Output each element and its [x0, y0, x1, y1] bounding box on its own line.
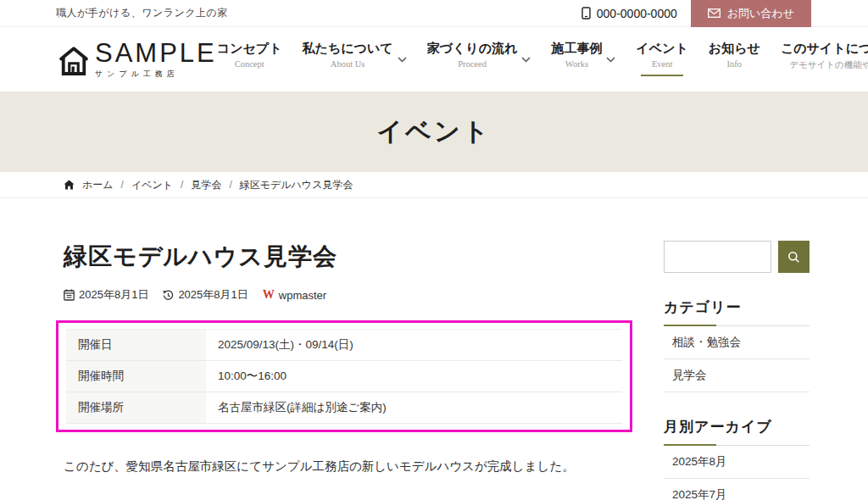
categories-list: 相談・勉強会 見学会 [664, 326, 810, 392]
table-row: 開催日 2025/09/13(土)・09/14(日) [66, 330, 622, 361]
search-widget [664, 241, 810, 273]
phone-number: 000-0000-0000 [597, 7, 677, 20]
main-content: 緑区モデルハウス見学会 2025年8月1日 2025年8月1日 W wpmast… [0, 198, 868, 500]
nav-item-info[interactable]: お知らせInfo [709, 41, 760, 76]
breadcrumb: ホーム / イベント / 見学会 / 緑区モデルハウス見学会 [0, 172, 868, 198]
site-header: SAMPLE サンプル工務店 コンセプトConcept 私たちについてAbout… [0, 27, 868, 92]
nav-item-works[interactable]: 施工事例Works [551, 41, 615, 76]
archive-item-2025-07[interactable]: 2025年7月 [664, 479, 810, 500]
body-paragraph-1: このたび、愛知県名古屋市緑区にてサンプル工務店の新しいモデルハウスが完成しました… [64, 455, 625, 477]
page-title: イベント [377, 114, 492, 149]
mobile-phone-icon [581, 7, 592, 19]
post-meta: 2025年8月1日 2025年8月1日 W wpmaster [64, 287, 625, 303]
logo-text: SAMPLE サンプル工務店 [95, 40, 217, 80]
nav-item-about-site[interactable]: このサイトについてデモサイトの機能や説明 [781, 41, 868, 79]
archives-title: 月別アーカイブ [664, 417, 810, 446]
nav-item-event[interactable]: イベントEvent [636, 41, 687, 76]
category-item-soudan[interactable]: 相談・勉強会 [664, 326, 810, 359]
envelope-icon [708, 8, 721, 18]
updated-date: 2025年8月1日 [163, 287, 248, 303]
breadcrumb-event[interactable]: イベント [131, 178, 173, 192]
article: 緑区モデルハウス見学会 2025年8月1日 2025年8月1日 W wpmast… [64, 241, 625, 500]
breadcrumb-current: 緑区モデルハウス見学会 [240, 178, 353, 192]
archive-item-2025-08[interactable]: 2025年8月 [664, 446, 810, 479]
logo-name: SAMPLE [95, 40, 217, 66]
post-title: 緑区モデルハウス見学会 [64, 241, 625, 273]
house-logo-icon [56, 44, 92, 80]
chevron-down-icon [521, 57, 531, 63]
sidebar: カテゴリー 相談・勉強会 見学会 月別アーカイブ 2025年8月 2025年7月 [664, 241, 810, 500]
event-details-table: 開催日 2025/09/13(土)・09/14(日) 開催時間 10:00〜16… [66, 329, 622, 424]
table-row: 開催時間 10:00〜16:00 [66, 361, 622, 392]
highlight-annotation: 開催日 2025/09/13(土)・09/14(日) 開催時間 10:00〜16… [56, 320, 632, 432]
categories-title: カテゴリー [664, 297, 810, 326]
chevron-down-icon [398, 57, 407, 63]
site-tagline: 職人が手がける、ワンランク上の家 [56, 6, 581, 20]
breadcrumb-home[interactable]: ホーム [82, 178, 114, 192]
search-button[interactable] [778, 241, 810, 273]
main-nav: コンセプトConcept 私たちについてAbout Us 家づくりの流れProc… [217, 41, 868, 79]
table-row: 開催場所 名古屋市緑区(詳細は別途ご案内) [66, 392, 622, 424]
nav-item-about[interactable]: 私たちについてAbout Us [303, 41, 407, 76]
author: W wpmaster [263, 288, 326, 302]
phone-link[interactable]: 000-0000-0000 [581, 7, 677, 20]
breadcrumb-tour[interactable]: 見学会 [191, 178, 221, 192]
archives-list: 2025年8月 2025年7月 [664, 446, 810, 500]
history-icon [163, 290, 174, 301]
contact-button[interactable]: お問い合わせ [691, 0, 811, 27]
wordpress-author-icon: W [263, 288, 275, 302]
published-date: 2025年8月1日 [64, 287, 148, 303]
search-input[interactable] [664, 241, 771, 273]
nav-item-proceed[interactable]: 家づくりの流れProceed [427, 41, 531, 76]
nav-item-concept[interactable]: コンセプトConcept [217, 41, 282, 76]
contact-button-label: お問い合わせ [727, 6, 794, 21]
logo-subname: サンプル工務店 [95, 69, 217, 80]
home-icon [64, 180, 75, 190]
page-hero: イベント [0, 92, 868, 172]
site-logo[interactable]: SAMPLE サンプル工務店 [56, 40, 217, 80]
search-icon [787, 251, 800, 264]
chevron-down-icon [606, 57, 615, 63]
calendar-icon [64, 289, 75, 301]
category-item-kengakukai[interactable]: 見学会 [664, 359, 810, 392]
topbar-right: 000-0000-0000 お問い合わせ [581, 0, 811, 27]
topbar: 職人が手がける、ワンランク上の家 000-0000-0000 お問い合わせ [0, 0, 868, 27]
